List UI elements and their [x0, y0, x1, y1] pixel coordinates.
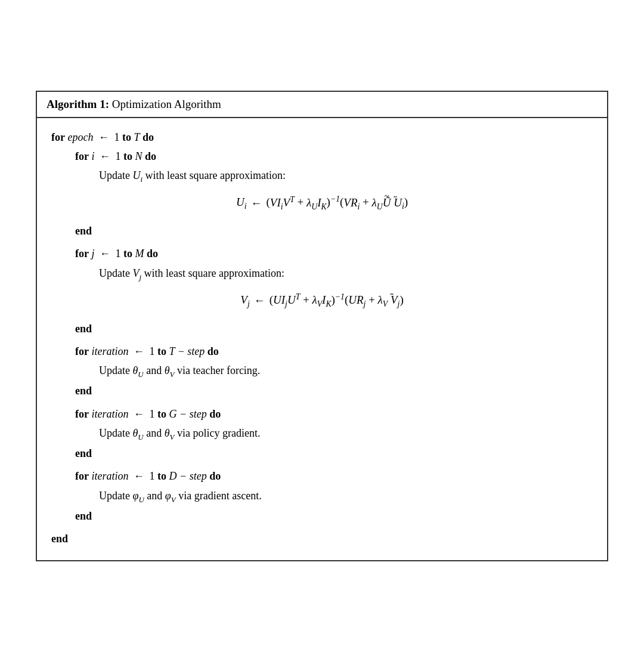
update-theta-policy-label: Update θU and θV via policy gradient.	[99, 424, 260, 444]
kw-do-epoch: do	[143, 128, 154, 147]
update-theta-teacher-label: Update θU and θV via teacher forcing.	[99, 361, 260, 381]
eq-Ui-rhs: (VIiVT + λUIK)−1(VRi + λUŨ U ̃ i)	[267, 192, 408, 214]
kw-for-iter-D: for	[75, 466, 89, 486]
kw-end-iter-T: end	[75, 381, 92, 400]
equation-ui: Ui ← (VIiVT + λUIK)−1(VRi + λUŨ U ̃ i)	[51, 192, 593, 214]
line-end-i: end	[51, 221, 593, 240]
arrow-j: ←	[97, 244, 113, 263]
kw-to-i: to	[123, 147, 132, 166]
line-for-iteration-T: for iteration ← 1 to T − step do	[51, 342, 593, 361]
algo-label: Algorithm 1:	[47, 98, 109, 110]
arrow-iter-G: ←	[131, 404, 147, 424]
var-iteration-T: iteration	[91, 342, 128, 361]
algorithm-box: Algorithm 1: Optimization Algorithm for …	[36, 91, 608, 562]
equation-vj-content: Vj ← (UIjUT + λVIK)−1(URj + λV V ̃ j)	[240, 290, 403, 312]
equation-ui-content: Ui ← (VIiVT + λUIK)−1(VRi + λUŨ U ̃ i)	[236, 192, 408, 214]
line-end-epoch: end	[51, 529, 593, 548]
update-phi-label: Update φU and φV via gradient ascent.	[99, 486, 262, 506]
kw-for-iter-G: for	[75, 404, 89, 424]
eq-arrow1: ←	[249, 193, 265, 214]
kw-to-iter-G: to	[157, 404, 166, 424]
kw-to-j: to	[123, 244, 132, 263]
line-for-i: for i ← 1 to N do	[51, 147, 593, 166]
line-end-iter-T: end	[51, 381, 593, 400]
arrow-epoch: ←	[96, 128, 112, 147]
kw-do-iter-D: do	[209, 466, 221, 486]
kw-for-iter-T: for	[75, 342, 89, 361]
arrow-iter-T: ←	[131, 342, 147, 361]
var-iteration-D: iteration	[91, 466, 128, 486]
var-epoch: epoch	[67, 128, 93, 147]
algorithm-body: for epoch ← 1 to T do for i ← 1 to N do …	[37, 118, 607, 561]
arrow-i: ←	[97, 147, 113, 166]
algo-title: Optimization Algorithm	[112, 98, 221, 110]
line-update-vj-text: Update Vj with least square approximatio…	[51, 264, 593, 284]
var-T: T	[134, 128, 140, 147]
kw-end-iter-D: end	[75, 506, 92, 526]
kw-to-iter-D: to	[157, 466, 166, 486]
kw-do-j: do	[147, 244, 158, 263]
eq-Vj-lhs: Vj	[240, 290, 249, 311]
line-end-j: end	[51, 319, 593, 338]
line-end-iter-G: end	[51, 444, 593, 463]
eq-Vj-rhs: (UIjUT + λVIK)−1(URj + λV V ̃ j)	[270, 290, 404, 312]
kw-to-epoch: to	[122, 128, 131, 147]
line-update-phi: Update φU and φV via gradient ascent.	[51, 486, 593, 506]
kw-end-epoch: end	[51, 529, 68, 548]
line-end-iter-D: end	[51, 506, 593, 526]
var-D-step: D − step	[169, 466, 206, 486]
line-for-epoch: for epoch ← 1 to T do	[51, 128, 593, 147]
var-iteration-G: iteration	[91, 404, 128, 424]
kw-to-iter-T: to	[157, 342, 166, 361]
line-update-theta-policy: Update θU and θV via policy gradient.	[51, 424, 593, 444]
line-for-iteration-D: for iteration ← 1 to D − step do	[51, 466, 593, 486]
var-T-step: T − step	[169, 342, 205, 361]
var-i: i	[91, 147, 94, 166]
kw-end-iter-G: end	[75, 444, 92, 463]
algorithm-header: Algorithm 1: Optimization Algorithm	[37, 92, 607, 118]
kw-do-i: do	[145, 147, 156, 166]
eq-arrow2: ←	[252, 291, 268, 311]
kw-for-epoch: for	[51, 128, 65, 147]
var-j: j	[91, 244, 94, 263]
kw-do-iter-T: do	[208, 342, 219, 361]
var-N: N	[135, 147, 143, 166]
arrow-iter-D: ←	[131, 466, 147, 486]
kw-end-i: end	[75, 221, 92, 240]
update-vj-label: Update Vj with least square approximatio…	[99, 264, 284, 284]
equation-vj: Vj ← (UIjUT + λVIK)−1(URj + λV V ̃ j)	[51, 290, 593, 312]
line-for-iteration-G: for iteration ← 1 to G − step do	[51, 404, 593, 424]
var-G-step: G − step	[169, 404, 206, 424]
line-for-j: for j ← 1 to M do	[51, 244, 593, 263]
eq-Ui-lhs: Ui	[236, 192, 247, 214]
kw-do-iter-G: do	[209, 404, 221, 424]
line-update-theta-teacher: Update θU and θV via teacher forcing.	[51, 361, 593, 381]
line-update-ui-text: Update Ui with least square approximatio…	[51, 166, 593, 186]
kw-for-i: for	[75, 147, 89, 166]
kw-end-j: end	[75, 319, 92, 338]
update-ui-label: Update Ui with least square approximatio…	[99, 166, 286, 186]
kw-for-j: for	[75, 244, 89, 263]
var-M: M	[135, 244, 144, 263]
